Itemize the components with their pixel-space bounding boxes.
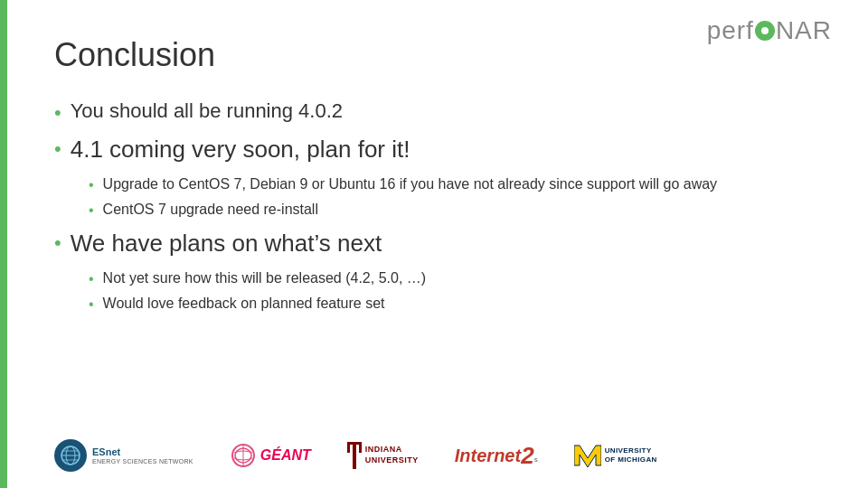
esnet-logo: ESnet ENERGY SCIENCES NETWORK [54,439,193,472]
bullet-3: • We have plans on what’s next [54,230,814,258]
geant-icon-svg [230,442,257,469]
bullet-1-dot: • [54,101,61,125]
sub-bullets-3: • Not yet sure how this will be released… [89,268,814,314]
sub-bullet-2-2-text: CentOS 7 upgrade need re-install [103,200,318,220]
sub-bullet-3-1: • Not yet sure how this will be released… [89,268,814,288]
slide-content: • You should all be running 4.0.2 • 4.1 … [54,99,814,314]
internet2-number: 2 [521,444,533,467]
sub-bullet-2-2: • CentOS 7 upgrade need re-install [89,200,814,220]
umich-m-icon [574,442,601,469]
indiana-university-logo: IndianaUniversity [347,442,419,469]
logo-circle-icon [755,21,775,41]
bullet-2-text: 4.1 coming very soon, plan for it! [71,136,410,164]
esnet-name: ESnet [92,446,193,457]
slide: perf NAR Conclusion • You should all be … [0,0,868,488]
svg-rect-7 [353,442,356,469]
internet2-logo: Internet 2 s [455,444,538,467]
bullet-3-text: We have plans on what’s next [71,230,382,258]
iu-trident-icon [347,442,362,469]
slide-title: Conclusion [54,36,814,74]
umich-name-text: Universityof Michigan [605,446,657,465]
esnet-circle-icon [54,439,87,472]
sub-bullet-3-2-text: Would love feedback on planned feature s… [103,294,385,314]
sub-bullet-3-1-text: Not yet sure how this will be released (… [103,268,427,288]
sub-bullets-2: • Upgrade to CentOS 7, Debian 9 or Ubunt… [89,174,814,221]
sub-bullet-2-1: • Upgrade to CentOS 7, Debian 9 or Ubunt… [89,174,814,194]
esnet-globe-icon [60,445,81,466]
geant-logo: GÉANT [230,442,311,469]
bullet-2: • 4.1 coming very soon, plan for it! [54,136,814,164]
logo-nar-text: NAR [776,16,832,45]
sub-bullet-3-2: • Would love feedback on planned feature… [89,294,814,314]
bullet-2-dot: • [54,137,61,161]
sub-bullet-2-2-dot: • [89,202,94,219]
sub-bullet-3-2-dot: • [89,296,94,313]
esnet-text-block: ESnet ENERGY SCIENCES NETWORK [92,446,193,464]
iu-name-text: IndianaUniversity [365,445,419,465]
bullet-1-text: You should all be running 4.0.2 [71,99,343,123]
bullet-1: • You should all be running 4.0.2 [54,99,814,125]
svg-marker-11 [574,446,601,467]
bullet-3-dot: • [54,231,61,255]
svg-rect-10 [347,442,362,445]
geant-name-text: GÉANT [260,447,311,464]
logo-perf-text: perf [707,16,754,45]
sub-bullet-3-1-dot: • [89,271,94,287]
footer-logos: ESnet ENERGY SCIENCES NETWORK GÉANT [54,439,832,472]
internet2-text: Internet [455,446,521,466]
esnet-subname: ENERGY SCIENCES NETWORK [92,458,193,465]
internet2-trademark: s [534,455,538,467]
perfsonar-logo: perf NAR [707,16,832,45]
sub-bullet-2-1-text: Upgrade to CentOS 7, Debian 9 or Ubuntu … [103,174,718,194]
umich-logo: Universityof Michigan [574,442,657,469]
sub-bullet-2-1-dot: • [89,177,94,193]
